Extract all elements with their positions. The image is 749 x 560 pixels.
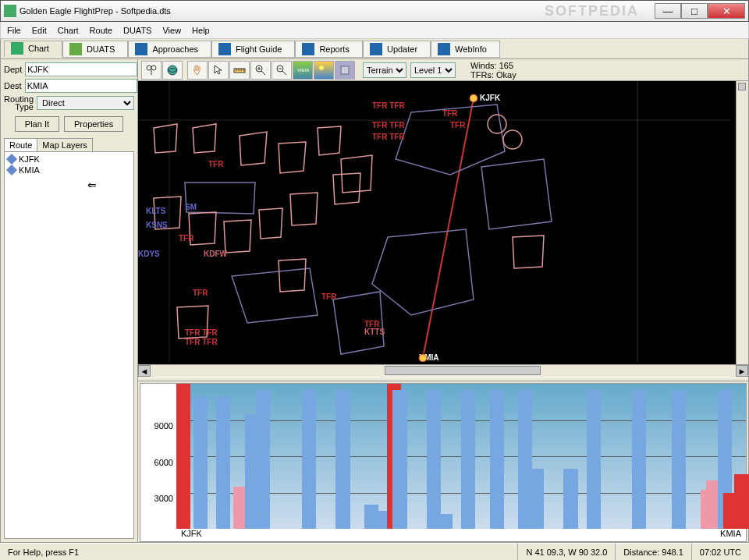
weather-icon[interactable]: [314, 61, 334, 80]
dept-label: Dept: [4, 65, 22, 74]
plan-it-button[interactable]: Plan It: [15, 116, 59, 132]
map-hscrollbar[interactable]: ◄ ►: [138, 364, 748, 377]
svg-text:TFR: TFR: [179, 234, 194, 243]
tab-chart[interactable]: Chart: [4, 41, 62, 58]
svg-text:KTTS: KTTS: [364, 328, 385, 336]
terrain-select[interactable]: Terrain: [363, 62, 406, 78]
menu-duats[interactable]: DUATS: [123, 26, 151, 35]
svg-point-3: [168, 66, 177, 75]
chart-toolbar: VIEW Terrain Level 1 Winds: 165 TFRs: Ok…: [138, 59, 748, 81]
tab-updater[interactable]: Updater: [363, 41, 431, 58]
close-button[interactable]: ✕: [708, 3, 745, 19]
tab-flight-guide[interactable]: Flight Guide: [211, 41, 295, 58]
scroll-right-icon[interactable]: ►: [736, 365, 748, 377]
view-icon[interactable]: VIEW: [293, 61, 313, 80]
route-item-label: KMIA: [19, 165, 40, 175]
menu-chart[interactable]: Chart: [58, 26, 79, 35]
menu-help[interactable]: Help: [192, 26, 210, 35]
svg-text:SM: SM: [185, 203, 197, 211]
scroll-left-icon[interactable]: ◄: [138, 365, 151, 377]
list-item[interactable]: KJFK: [6, 154, 132, 165]
tab-reports[interactable]: Reports: [295, 41, 363, 58]
ruler-icon[interactable]: [229, 61, 250, 80]
menu-file[interactable]: File: [7, 26, 21, 35]
profile-to: KMIA: [720, 529, 741, 541]
webinfo-icon: [438, 43, 450, 55]
profile-bar: [302, 390, 316, 529]
profile-bar: [632, 390, 646, 529]
svg-point-45: [470, 94, 477, 102]
tab-updater-label: Updater: [387, 44, 417, 54]
map-vscrollbar[interactable]: [736, 81, 748, 364]
list-item[interactable]: KMIA: [6, 165, 132, 175]
svg-rect-18: [341, 66, 349, 74]
layers-icon[interactable]: [335, 61, 355, 80]
svg-line-10: [261, 71, 265, 75]
svg-point-1: [151, 66, 156, 70]
profile-bar: [335, 390, 350, 529]
svg-text:KLTS: KLTS: [146, 207, 166, 215]
profile-bar: [256, 390, 270, 529]
approaches-icon: [135, 43, 147, 55]
svg-text:KJFK: KJFK: [480, 94, 501, 102]
pan-icon[interactable]: [187, 61, 208, 80]
subtab-route[interactable]: Route: [4, 138, 37, 151]
status-utc: 07:02 UTC: [692, 544, 749, 560]
tab-flightguide-label: Flight Guide: [236, 44, 282, 54]
menu-route[interactable]: Route: [90, 26, 112, 35]
svg-point-23: [488, 115, 506, 133]
routing-select[interactable]: Direct: [37, 96, 134, 110]
pointer-icon[interactable]: [208, 61, 229, 80]
svg-text:TFR: TFR: [450, 121, 466, 129]
map-canvas[interactable]: KJFK KMIA KDFW KLTS KSNS KDYS KTTS SM TF…: [138, 81, 736, 364]
dept-input[interactable]: [25, 62, 137, 76]
zoom-in-icon[interactable]: [250, 61, 271, 80]
tab-webinfo-label: WebInfo: [455, 44, 487, 54]
splitter[interactable]: [138, 377, 748, 381]
menu-edit[interactable]: Edit: [32, 26, 47, 35]
svg-text:TFR: TFR: [208, 160, 224, 168]
svg-text:TFR: TFR: [321, 292, 337, 301]
svg-text:TFR TFR: TFR TFR: [372, 101, 405, 110]
search-icon[interactable]: [141, 61, 162, 80]
waypoint-icon: [6, 165, 17, 175]
tab-duats[interactable]: DUATS: [62, 41, 128, 58]
tab-webinfo[interactable]: WebInfo: [431, 41, 500, 58]
svg-text:VIEW: VIEW: [297, 68, 309, 73]
profile-bar: [587, 390, 601, 529]
svg-line-14: [282, 71, 286, 75]
reports-icon: [302, 43, 314, 55]
status-help: For Help, press F1: [0, 544, 518, 560]
globe-icon[interactable]: [162, 61, 183, 80]
dest-input[interactable]: [25, 79, 137, 93]
profile-bar: [563, 469, 577, 530]
titlebar: Golden Eagle FlightPrep - Softpedia.dts …: [0, 0, 749, 22]
svg-text:TFR: TFR: [364, 320, 380, 328]
routing-label: Routing Type: [4, 95, 34, 111]
minimize-button[interactable]: —: [655, 3, 681, 19]
svg-text:TFR TFR: TFR TFR: [185, 338, 218, 346]
menu-view[interactable]: View: [162, 26, 181, 35]
updater-icon: [370, 43, 382, 55]
maximize-button[interactable]: □: [681, 3, 708, 19]
svg-line-22: [423, 98, 474, 358]
subtab-map-layers[interactable]: Map Layers: [37, 138, 92, 151]
ytick: 9000: [154, 421, 173, 431]
tab-approaches[interactable]: Approaches: [128, 41, 211, 58]
app-icon: [4, 5, 16, 17]
tab-chart-label: Chart: [28, 44, 49, 53]
properties-button[interactable]: Properties: [64, 116, 123, 132]
chart-info: Winds: 165 TFRs: Okay: [464, 61, 523, 80]
statusbar: For Help, press F1 N 41 09.3, W 90 32.0 …: [0, 543, 749, 560]
svg-text:TFR: TFR: [193, 289, 208, 297]
tab-duats-label: DUATS: [87, 44, 115, 54]
arrow-left-icon: ⇐: [6, 175, 132, 191]
profile-chart: 9000 6000 3000 KJFK KMIA: [140, 383, 747, 542]
profile-bar: [438, 514, 453, 529]
zoom-out-icon[interactable]: [272, 61, 292, 80]
profile-bar: [734, 474, 748, 529]
ytick: 3000: [154, 494, 173, 503]
level-select[interactable]: Level 1: [410, 62, 456, 78]
ytick: 6000: [154, 458, 173, 467]
profile-bar: [216, 396, 230, 530]
